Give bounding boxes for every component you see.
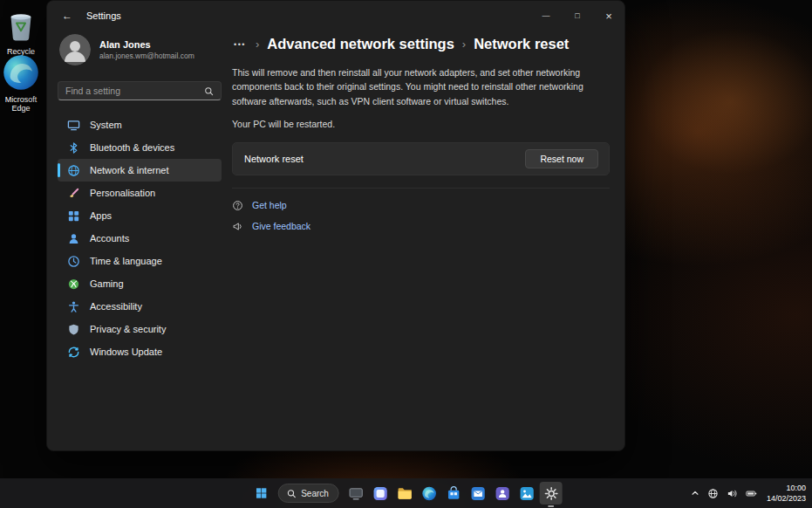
sidebar-item-privacy-security[interactable]: Privacy & security (58, 318, 222, 340)
search-icon (204, 86, 214, 96)
sidebar-item-label: Privacy & security (90, 324, 166, 334)
sidebar-item-windows-update[interactable]: Windows Update (58, 340, 222, 363)
clock[interactable]: 10:00 14/02/2023 (765, 483, 806, 504)
sidebar-nav: System Bluetooth & devices Network & int… (58, 113, 222, 363)
mail-icon[interactable] (467, 482, 489, 505)
close-button[interactable]: × (593, 1, 624, 31)
settings-gear-icon[interactable] (540, 482, 563, 505)
taskbar-search[interactable]: Search (277, 484, 339, 503)
get-help-link[interactable]: Get help (232, 200, 287, 211)
minimize-button[interactable]: — (530, 1, 562, 31)
personalisation-brush-icon (67, 187, 80, 200)
give-feedback-label: Give feedback (252, 221, 310, 231)
chevron-up-icon[interactable] (691, 489, 699, 498)
back-button[interactable]: ← (56, 4, 78, 27)
search-icon (286, 489, 296, 498)
sidebar-item-system[interactable]: System (58, 113, 222, 136)
taskbar: Search (0, 478, 812, 508)
sidebar-item-label: Accounts (90, 233, 129, 244)
store-icon[interactable] (442, 482, 465, 505)
profile-email: alan.jones.wm@hotmail.com (99, 51, 194, 60)
sidebar-item-label: Personalisation (90, 188, 155, 198)
sidebar-item-label: System (90, 120, 122, 130)
search-input[interactable] (65, 86, 204, 96)
start-button[interactable] (249, 482, 272, 505)
breadcrumb-parent[interactable]: Advanced network settings (267, 36, 454, 52)
feedback-megaphone-icon (232, 221, 243, 232)
edge-icon[interactable] (418, 482, 440, 505)
taskbar-center: Search (249, 478, 563, 508)
user-profile[interactable]: Alan Jones alan.jones.wm@hotmail.com (59, 34, 222, 65)
gaming-xbox-icon (67, 278, 80, 291)
network-reset-label: Network reset (244, 154, 304, 164)
window-controls: — □ × (530, 1, 624, 31)
teams-icon[interactable] (491, 482, 514, 505)
bluetooth-icon (67, 141, 80, 154)
sidebar-item-accounts[interactable]: Accounts (58, 227, 222, 250)
file-explorer-icon[interactable] (393, 482, 416, 505)
page-description: This will remove and then reinstall all … (232, 65, 610, 108)
reset-now-button[interactable]: Reset now (525, 149, 598, 168)
sidebar-item-label: Accessibility (90, 301, 142, 312)
settings-window: ← Settings — □ × Alan Jones alan.jones.w… (46, 0, 625, 451)
get-help-label: Get help (252, 200, 287, 210)
desktop-screen: { "colors": { "accent": "#4cc2ff", "link… (0, 0, 812, 508)
recycle-bin-icon (1, 4, 41, 45)
shield-icon (67, 323, 80, 336)
sidebar-item-label: Network & internet (90, 165, 168, 175)
sidebar-item-personalisation[interactable]: Personalisation (58, 182, 222, 204)
breadcrumb-overflow-button[interactable]: ••• (232, 38, 248, 51)
apps-grid-icon (67, 209, 80, 223)
profile-text: Alan Jones alan.jones.wm@hotmail.com (99, 39, 194, 60)
page-title: Network reset (474, 36, 569, 52)
tray-date: 14/02/2023 (767, 493, 806, 504)
network-globe-tray-icon[interactable] (707, 488, 719, 499)
sidebar-item-label: Windows Update (90, 347, 162, 357)
widgets-icon[interactable] (369, 482, 392, 505)
tray-time: 10:00 (767, 483, 806, 493)
sidebar-item-bluetooth-devices[interactable]: Bluetooth & devices (58, 136, 222, 159)
system-icon (67, 119, 80, 132)
battery-icon[interactable] (746, 488, 757, 499)
accounts-person-icon (67, 232, 80, 245)
profile-name: Alan Jones (99, 39, 194, 50)
sidebar: Alan Jones alan.jones.wm@hotmail.com Sys… (47, 31, 232, 450)
help-section: Get help Give feedback (232, 188, 610, 232)
sidebar-item-label: Time & language (90, 256, 162, 266)
system-tray: 10:00 14/02/2023 (691, 478, 806, 508)
restart-note: Your PC will be restarted. (232, 119, 610, 129)
volume-icon[interactable] (727, 488, 738, 499)
network-reset-card: Network reset Reset now (232, 142, 610, 175)
maximize-button[interactable]: □ (562, 1, 593, 31)
accessibility-person-icon (67, 300, 80, 313)
titlebar: ← Settings — □ × (47, 1, 624, 31)
clock-icon (67, 255, 80, 268)
chevron-right-icon: › (462, 38, 466, 51)
desktop-icon-microsoft-edge[interactable]: Microsoft Edge (1, 52, 41, 113)
network-globe-icon (67, 164, 80, 177)
sidebar-item-apps[interactable]: Apps (58, 204, 222, 227)
give-feedback-link[interactable]: Give feedback (232, 221, 310, 232)
sidebar-item-accessibility[interactable]: Accessibility (58, 295, 222, 318)
update-arrows-icon (67, 346, 80, 359)
sidebar-item-label: Apps (90, 210, 112, 221)
sidebar-item-network-internet[interactable]: Network & internet (58, 159, 222, 182)
window-title: Settings (86, 10, 121, 21)
avatar (59, 34, 91, 65)
breadcrumb: ••• › Advanced network settings › Networ… (232, 36, 610, 52)
photos-icon[interactable] (515, 482, 538, 505)
sidebar-item-label: Gaming (90, 278, 124, 289)
task-view-icon[interactable] (345, 482, 367, 505)
chevron-right-icon: › (256, 38, 259, 51)
help-circle-icon (232, 200, 243, 211)
edge-icon (1, 52, 41, 93)
main-content: ••• › Advanced network settings › Networ… (232, 31, 610, 450)
sidebar-item-time-language[interactable]: Time & language (58, 250, 222, 272)
desktop-icon-label: Microsoft Edge (1, 95, 41, 113)
taskbar-search-label: Search (301, 489, 329, 498)
settings-search-box[interactable] (58, 81, 222, 100)
sidebar-item-gaming[interactable]: Gaming (58, 272, 222, 295)
sidebar-item-label: Bluetooth & devices (90, 142, 174, 153)
